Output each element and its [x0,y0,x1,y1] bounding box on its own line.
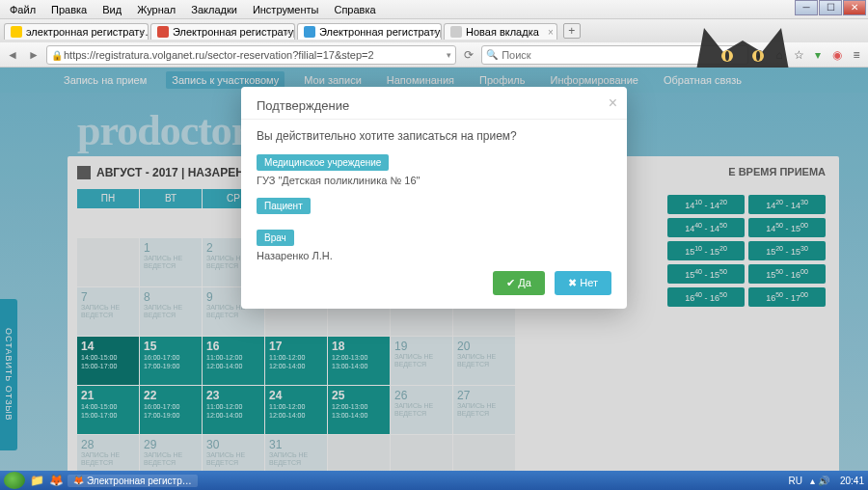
browser-tab[interactable]: Электронная регистратура …× [297,23,442,40]
modal-title: Подтверждение [257,98,611,113]
browser-tabstrip: электронная регистрату…×Электронная реги… [0,19,868,42]
addon-icon[interactable]: ◉ [829,47,845,63]
menu-Закладки[interactable]: Закладки [185,3,243,16]
lang-indicator[interactable]: RU [789,476,802,486]
menu-Файл[interactable]: Файл [4,3,41,16]
windows-taskbar: 📁 🦊 🦊 Электронная регистр… RU ▴🔊 20:41 [0,471,868,490]
tab-label: Новая вкладка [466,26,539,38]
pocket-icon[interactable]: ▾ [810,47,826,63]
institution-value: ГУЗ "Детская поликлиника № 16" [257,175,611,186]
start-button[interactable] [4,472,25,489]
favicon [11,26,22,38]
search-input[interactable] [502,49,744,61]
menu-Журнал[interactable]: Журнал [131,3,181,16]
favicon [304,26,315,38]
forward-button[interactable]: ► [25,46,42,64]
clock[interactable]: 20:41 [840,476,864,486]
firefox-icon[interactable]: 🦊 [48,473,64,488]
confirm-yes-button[interactable]: ✔Да [493,271,545,295]
maximize-button[interactable]: ☐ [819,0,842,15]
badge-institution: Медицинское учреждение [257,154,389,171]
bookmark-icon[interactable]: ☆ [791,47,806,63]
minimize-button[interactable]: ─ [795,0,818,15]
home-icon[interactable]: ⌂ [772,47,787,63]
tab-close-icon[interactable]: × [285,27,291,38]
browser-tab[interactable]: Новая вкладка× [444,23,557,40]
tab-close-icon[interactable]: × [432,27,438,38]
window-controls: ─ ☐ ✕ [795,0,866,15]
url-input[interactable] [64,49,444,61]
tab-label: Электронная регистратура … [173,26,295,38]
x-icon: ✖ [568,277,577,288]
tray-icons[interactable]: ▴🔊 [810,476,832,486]
explorer-icon[interactable]: 📁 [29,473,44,488]
close-window-button[interactable]: ✕ [843,0,866,15]
dropdown-icon[interactable]: ▾ [447,50,451,60]
menu-Вид[interactable]: Вид [96,3,127,16]
search-icon: 🔍 [486,49,498,60]
menu-Инструменты[interactable]: Инструменты [247,3,325,16]
new-tab-button[interactable]: + [563,23,581,39]
taskbar-item-label: Электронная регистр… [87,476,192,486]
favicon [450,26,462,38]
browser-tab[interactable]: электронная регистрату…× [4,23,149,40]
menu-icon[interactable]: ≡ [849,47,864,63]
badge-doctor: Врач [257,230,294,246]
address-bar[interactable]: 🔒 ▾ [46,45,456,65]
tab-label: Электронная регистратура … [319,26,442,38]
check-icon: ✔ [506,277,515,288]
tab-close-icon[interactable]: × [139,27,145,38]
firefox-small-icon: 🦊 [73,476,84,485]
menu-Справка[interactable]: Справка [328,3,381,16]
tab-close-icon[interactable]: × [548,27,554,38]
system-tray: RU ▴🔊 20:41 [789,476,864,486]
favicon [157,26,169,38]
tab-label: электронная регистрату… [26,26,149,38]
browser-toolbar: ◄ ► 🔒 ▾ ⟳ 🔍 ⬇ ⌂ ☆ ▾ ◉ ≡ [0,42,868,68]
browser-tab[interactable]: Электронная регистратура …× [150,23,295,40]
back-button[interactable]: ◄ [4,46,21,64]
reload-button[interactable]: ⟳ [460,46,477,64]
modal-close-icon[interactable]: × [609,95,617,112]
page-content: Запись на приемЗапись к участковомуМои з… [0,68,868,471]
badge-patient: Пациент [257,198,311,214]
menu-Правка[interactable]: Правка [45,3,93,16]
modal-question: Вы действительно хотите записаться на пр… [257,129,611,143]
taskbar-item[interactable]: 🦊 Электронная регистр… [68,475,198,487]
confirm-modal: × Подтверждение Вы действительно хотите … [241,87,627,309]
browser-menubar: ФайлПравкаВидЖурналЗакладкиИнструментыСп… [0,0,868,19]
downloads-icon[interactable]: ⬇ [752,47,768,63]
lock-icon: 🔒 [51,50,61,60]
doctor-value: Назаренко Л.Н. [257,250,611,261]
search-bar[interactable]: 🔍 [481,45,748,65]
confirm-no-button[interactable]: ✖Нет [555,271,611,295]
